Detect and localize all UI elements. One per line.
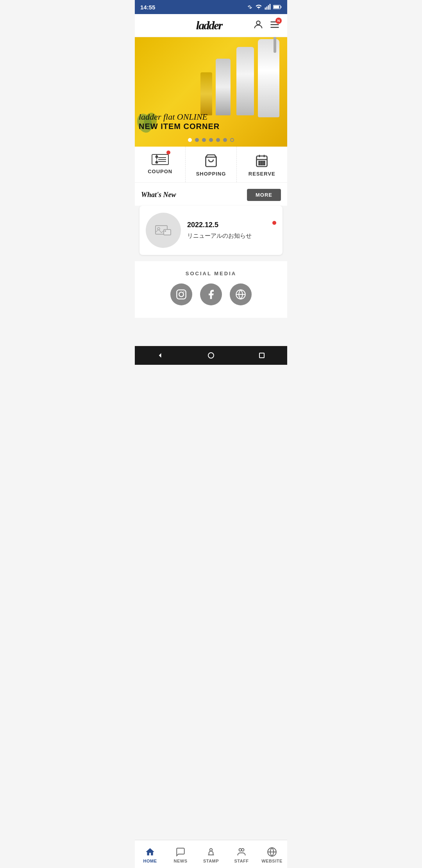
app-logo: ladder xyxy=(196,19,222,32)
svg-rect-29 xyxy=(261,164,263,165)
bottle-mid xyxy=(236,47,254,115)
svg-rect-35 xyxy=(177,290,186,299)
carousel-dots xyxy=(188,138,234,142)
svg-rect-28 xyxy=(259,164,260,165)
svg-rect-27 xyxy=(264,161,265,163)
instagram-icon xyxy=(176,289,187,300)
whats-new-section: What's New MORE xyxy=(135,183,287,206)
news-thumbnail xyxy=(146,213,181,248)
hero-banner[interactable]: ladder flat ONLINE NEW ITEM CORNER xyxy=(135,37,287,147)
news-text: リニューアルのお知らせ xyxy=(187,232,276,240)
news-unread-dot xyxy=(272,221,276,225)
banner-line1: ladder flat ONLINE xyxy=(139,112,220,122)
shopping-icon xyxy=(204,154,218,168)
header: ladder N xyxy=(135,14,287,37)
coupon-notification-dot xyxy=(166,151,170,154)
social-media-section: SOCIAL MEDIA xyxy=(135,261,287,318)
svg-point-34 xyxy=(165,230,166,232)
svg-rect-25 xyxy=(259,161,260,163)
svg-rect-6 xyxy=(281,6,281,8)
social-title: SOCIAL MEDIA xyxy=(141,271,281,276)
recents-button[interactable] xyxy=(257,351,266,360)
coupon-button[interactable]: COUPON xyxy=(135,147,186,182)
news-card[interactable]: 2022.12.5 リニューアルのお知らせ xyxy=(139,206,283,255)
website-button[interactable] xyxy=(230,283,252,305)
battery-icon xyxy=(273,5,282,9)
back-icon xyxy=(156,352,164,359)
quick-nav: COUPON SHOPPING xyxy=(135,147,287,183)
svg-rect-5 xyxy=(274,5,279,8)
news-content: 2022.12.5 リニューアルのお知らせ xyxy=(187,221,276,240)
globe-icon xyxy=(235,289,246,300)
svg-rect-2 xyxy=(268,5,269,9)
shopping-button[interactable]: SHOPPING xyxy=(186,147,236,182)
svg-point-16 xyxy=(156,161,157,163)
status-icons xyxy=(247,4,282,10)
whats-new-title: What's New xyxy=(141,191,176,199)
svg-rect-1 xyxy=(266,7,268,10)
more-button[interactable]: MORE xyxy=(247,189,281,201)
notification-badge: N xyxy=(275,18,282,24)
shopping-label: SHOPPING xyxy=(196,171,226,177)
banner-text: ladder flat ONLINE NEW ITEM CORNER xyxy=(139,112,220,131)
logo-text: ladder xyxy=(196,19,222,32)
svg-rect-33 xyxy=(164,230,171,235)
dropper-bottle xyxy=(200,72,212,115)
calendar-icon xyxy=(255,154,269,168)
svg-point-36 xyxy=(179,292,184,297)
dot-3[interactable] xyxy=(202,138,206,142)
bottle-small xyxy=(216,59,231,115)
svg-point-7 xyxy=(256,21,260,25)
coupon-label: COUPON xyxy=(148,169,172,174)
news-date: 2022.12.5 xyxy=(187,221,276,229)
photo-placeholder-icon xyxy=(154,222,173,238)
svg-point-15 xyxy=(156,156,157,158)
facebook-icon xyxy=(206,289,216,300)
pump-head xyxy=(274,37,276,53)
android-nav-bar xyxy=(135,346,287,365)
profile-icon xyxy=(253,19,264,30)
banner-line2: NEW ITEM CORNER xyxy=(139,122,220,131)
social-icons-group xyxy=(141,283,281,305)
home-circle-icon xyxy=(208,352,214,359)
dot-7[interactable] xyxy=(230,138,234,142)
dot-5[interactable] xyxy=(216,138,220,142)
profile-button[interactable] xyxy=(253,19,264,32)
wifi-icon xyxy=(255,4,262,10)
header-actions: N xyxy=(253,19,280,32)
svg-rect-3 xyxy=(270,4,271,10)
reserve-button[interactable]: RESERVE xyxy=(237,147,287,182)
coupon-icon xyxy=(151,154,169,165)
status-time: 14:55 xyxy=(140,4,155,11)
signal-icon xyxy=(265,4,271,10)
dot-4[interactable] xyxy=(209,138,213,142)
facebook-button[interactable] xyxy=(200,283,222,305)
instagram-button[interactable] xyxy=(170,283,192,305)
svg-rect-26 xyxy=(261,161,263,163)
home-button[interactable] xyxy=(206,351,216,360)
reserve-label: RESERVE xyxy=(249,171,275,177)
recents-icon xyxy=(259,353,265,358)
svg-rect-30 xyxy=(264,164,265,165)
svg-point-37 xyxy=(183,291,184,292)
status-bar: 14:55 xyxy=(135,0,287,14)
svg-rect-0 xyxy=(265,7,266,9)
dot-6[interactable] xyxy=(223,138,227,142)
settings-icon xyxy=(247,4,253,10)
menu-button[interactable]: N xyxy=(269,19,280,32)
dot-2[interactable] xyxy=(195,138,199,142)
dot-1[interactable] xyxy=(188,138,192,142)
back-button[interactable] xyxy=(156,351,165,360)
